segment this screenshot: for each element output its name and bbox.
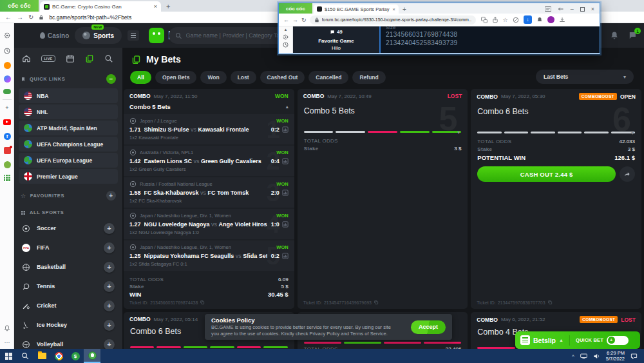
- tab-close-icon[interactable]: ×: [392, 6, 395, 12]
- share-icon[interactable]: [492, 17, 498, 23]
- copy-icon[interactable]: [200, 300, 205, 305]
- filter-refund[interactable]: Refund: [352, 71, 385, 84]
- download-active-icon[interactable]: ↓: [524, 15, 532, 24]
- history-clock-icon[interactable]: [3, 46, 12, 55]
- sidebar-item-atp-madrid[interactable]: ATP Madrid, Spain Men: [19, 121, 118, 135]
- sort-dropdown[interactable]: Last Bets ▾: [536, 70, 634, 84]
- send-to-device-icon[interactable]: [558, 6, 564, 12]
- profile-avatar[interactable]: [547, 16, 554, 23]
- bet-card-won[interactable]: COMBO May 7, 2022, 11:50 WON Combo 5 Bet…: [124, 89, 294, 309]
- stats-icon[interactable]: [282, 158, 289, 164]
- stats-icon[interactable]: [282, 253, 289, 259]
- casino-tab[interactable]: Casino: [40, 32, 69, 39]
- bet-site-icon[interactable]: [3, 146, 12, 155]
- bet-card-lost[interactable]: COMBO May 7, 2022, 10:49 LOST 5 Combo 5 …: [298, 89, 468, 309]
- sidebar-item-tennis[interactable]: Tennis+: [14, 277, 122, 296]
- filter-lost[interactable]: Lost: [231, 71, 256, 84]
- coccoc-brand-logo[interactable]: cốc cốc: [0, 0, 39, 12]
- start-button[interactable]: [0, 349, 17, 363]
- sidebar-item-premier-league[interactable]: Premier League: [19, 169, 118, 184]
- sidebar-item-cricket[interactable]: Cricket+: [14, 296, 122, 315]
- coccoc-taskbar-icon[interactable]: [84, 349, 100, 363]
- ticket-number[interactable]: 2134566031769874438: [386, 30, 600, 39]
- sidebar-item-nba[interactable]: NBA: [19, 88, 118, 103]
- accept-cookies-button[interactable]: Accept: [411, 320, 446, 334]
- add-shortcut-icon[interactable]: +: [3, 103, 12, 112]
- filter-cancelled[interactable]: Cancelled: [308, 71, 348, 84]
- coccoc-brand-logo[interactable]: cốc cốc: [279, 3, 312, 14]
- sidebar-item-basketball[interactable]: Basketball+: [14, 257, 122, 277]
- filter-cashed-out[interactable]: Cashed Out: [260, 71, 305, 84]
- notifications-bell-icon[interactable]: [610, 31, 620, 41]
- games-gamepad-icon[interactable]: [3, 87, 12, 96]
- forward-icon[interactable]: →: [292, 17, 298, 23]
- copy-icon[interactable]: [547, 300, 553, 305]
- add-favourite-button[interactable]: +: [106, 191, 116, 201]
- url-text[interactable]: bc.game/sports?bt-path=%2Fbets: [49, 14, 131, 21]
- filter-won[interactable]: Won: [200, 71, 226, 84]
- hamburger-menu-icon[interactable]: [128, 30, 139, 41]
- notifications-bell-icon[interactable]: [3, 324, 12, 333]
- blocked-content-icon[interactable]: [513, 17, 519, 23]
- new-tab-button[interactable]: +: [402, 6, 406, 13]
- sidebar-item-uefa-europa-league[interactable]: UEFA Europa League: [19, 153, 118, 168]
- add-sport-button[interactable]: +: [104, 242, 115, 253]
- settings-gear-icon[interactable]: [283, 34, 289, 40]
- back-icon[interactable]: ←: [5, 14, 12, 21]
- sidebar-item-fifa[interactable]: FIFA FIFA+: [14, 238, 122, 257]
- chrome-icon[interactable]: [50, 349, 67, 363]
- close-icon[interactable]: ×: [591, 6, 594, 12]
- messenger-icon[interactable]: [3, 74, 12, 83]
- filter-all[interactable]: All: [130, 71, 151, 84]
- downloads-tray-icon[interactable]: [559, 17, 565, 23]
- taskbar-search-icon[interactable]: [17, 349, 33, 363]
- collapse-quick-links-button[interactable]: –: [106, 74, 116, 84]
- sheets-icon[interactable]: [3, 173, 12, 182]
- action-center-icon[interactable]: [630, 353, 638, 360]
- bet-card-open[interactable]: COMBO May 7, 2022, 05:30 COMBOBOOST OPEN…: [471, 89, 641, 309]
- favorite-game-value[interactable]: Hilo: [332, 45, 341, 51]
- maximize-icon[interactable]: [580, 7, 585, 12]
- forward-icon[interactable]: →: [17, 14, 23, 21]
- plant-icon[interactable]: [3, 160, 12, 169]
- sidebar-item-nhl[interactable]: NHL: [19, 104, 118, 119]
- scroll-up-icon[interactable]: ▴: [285, 27, 287, 32]
- reader-mode-icon[interactable]: [545, 6, 551, 12]
- sidebar-item-uefa-champions-league[interactable]: UEFA Champions League: [19, 137, 118, 152]
- popup-tab[interactable]: $150 BC.GAME Sports Parlay ×: [314, 5, 399, 14]
- network-icon[interactable]: [580, 353, 587, 359]
- filter-open-bets[interactable]: Open Bets: [155, 71, 197, 84]
- live-icon[interactable]: LIVE: [41, 55, 55, 62]
- add-sport-button[interactable]: +: [104, 320, 115, 331]
- my-bets-icon[interactable]: [85, 54, 94, 63]
- banking-app-icon[interactable]: $: [67, 349, 84, 363]
- bookmark-star-icon[interactable]: ☆: [503, 17, 508, 23]
- notifications-bell-icon[interactable]: [536, 17, 543, 23]
- calendar-icon[interactable]: [66, 54, 75, 63]
- home-icon[interactable]: [22, 54, 31, 63]
- forum-popup-window[interactable]: cốc cốc $150 BC.GAME Sports Parlay × + –…: [278, 3, 600, 54]
- sidebar-item-volleyball[interactable]: Volleyball+: [14, 335, 122, 349]
- copy-icon[interactable]: [374, 300, 379, 305]
- add-sport-button[interactable]: +: [104, 262, 115, 273]
- settings-gear-icon[interactable]: [3, 31, 12, 40]
- stats-icon[interactable]: [282, 221, 289, 228]
- betslip-bar[interactable]: Betslip ▲ QUICK BET +: [515, 331, 640, 349]
- chevron-down-icon[interactable]: ▾: [457, 130, 460, 135]
- sidebar-item-soccer[interactable]: Soccer+: [14, 219, 122, 238]
- add-sport-button[interactable]: +: [104, 300, 115, 311]
- tray-expand-icon[interactable]: ^: [572, 353, 574, 359]
- more-dots-icon[interactable]: ···: [3, 338, 12, 347]
- sidebar-item-ice-hockey[interactable]: Ice Hockey+: [14, 315, 122, 335]
- popup-url-box[interactable]: forum.bc.game/topic/9330-150-bcgame-spor…: [310, 15, 476, 25]
- rewards-crown-icon[interactable]: [3, 61, 12, 70]
- new-tab-button[interactable]: +: [166, 3, 170, 10]
- chat-icon[interactable]: 1: [628, 31, 638, 41]
- history-clock-icon[interactable]: [283, 42, 289, 48]
- add-sport-button[interactable]: +: [104, 339, 115, 349]
- file-explorer-icon[interactable]: [33, 349, 50, 363]
- stats-icon[interactable]: [282, 190, 289, 196]
- facebook-icon[interactable]: f: [3, 132, 12, 141]
- add-sport-button[interactable]: +: [104, 281, 115, 292]
- translate-icon[interactable]: [481, 17, 488, 23]
